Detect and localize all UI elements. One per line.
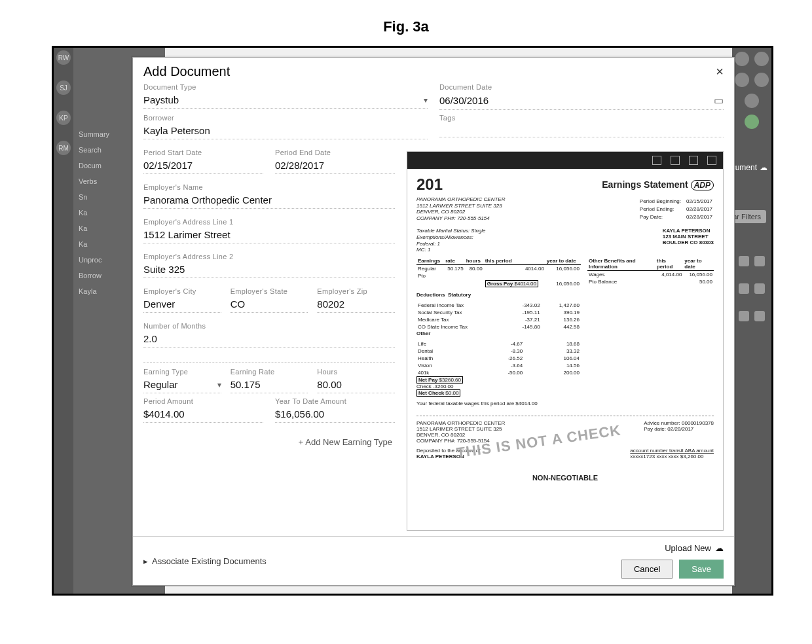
- strip-icon[interactable]: [735, 52, 749, 66]
- statutory-table: Federal Income Tax-343.021,427.60 Social…: [416, 302, 581, 331]
- check-stub: PANORAMA ORTHOPEDIC CENTER 1512 LARIMER …: [416, 416, 714, 482]
- ytd-amount-input[interactable]: $16,056.00: [275, 406, 395, 423]
- pencil-icon[interactable]: [739, 283, 749, 294]
- payee-block: KAYLA PETERSON 123 MAIN STREET BOULDER C…: [663, 228, 714, 253]
- save-button[interactable]: Save: [679, 560, 724, 579]
- employer-block: PANORAMA ORTHOPEDIC CENTER 1512 LARIMER …: [416, 196, 505, 221]
- app-window: RW SJ KP RM Summary Search Docum Verbs S…: [52, 46, 773, 596]
- avatar-badge[interactable]: SJ: [56, 80, 71, 95]
- eye-icon[interactable]: [754, 256, 765, 266]
- period-start-input[interactable]: 02/15/2017: [143, 158, 263, 174]
- row-actions: [739, 256, 765, 321]
- period-amount-input[interactable]: $4014.00: [143, 406, 263, 423]
- benefits-table: Other Benefits and Informationthis perio…: [587, 257, 714, 285]
- figure-label: Fig. 3a: [0, 18, 812, 35]
- borrower-input[interactable]: Kayla Peterson: [143, 123, 428, 139]
- document-date-input[interactable]: 06/30/2016▭: [439, 92, 724, 110]
- tags-field: Tags: [439, 114, 724, 139]
- callout-201: 201: [416, 175, 443, 194]
- cancel-button[interactable]: Cancel: [621, 560, 673, 579]
- employer-zip-input[interactable]: 80202: [317, 296, 395, 313]
- employer-addr2-input[interactable]: Suite 325: [143, 262, 395, 278]
- associate-documents-button[interactable]: ▸ Associate Existing Documents: [143, 556, 267, 566]
- upload-new-button[interactable]: Upload New ☁: [665, 543, 724, 553]
- strip-icon[interactable]: [754, 52, 769, 66]
- print-icon[interactable]: [689, 156, 698, 165]
- non-negotiable-label: NON-NEGOTIABLE: [416, 474, 714, 482]
- tags-input[interactable]: [439, 123, 724, 137]
- add-document-modal: Add Document × Document Type Paystub Doc…: [132, 57, 735, 586]
- employer-city-input[interactable]: Denver: [143, 296, 221, 313]
- period-block: Period Beginning:02/15/2017 Period Endin…: [638, 196, 714, 221]
- pencil-icon[interactable]: [739, 256, 749, 266]
- label: Document Type: [143, 83, 428, 91]
- fullscreen-icon[interactable]: [707, 156, 716, 165]
- modal-title: Add Document: [143, 64, 230, 79]
- label: Tags: [439, 114, 724, 122]
- earning-type-select[interactable]: Regular: [143, 377, 221, 393]
- borrower-field: Borrower Kayla Peterson: [143, 114, 428, 139]
- strip-icon[interactable]: [754, 73, 769, 87]
- document-date-field: Document Date 06/30/2016▭: [439, 83, 724, 110]
- taxable-wages-note: Your federal taxable wages this period a…: [416, 401, 581, 406]
- other-deductions-table: Life-4.6718.68 Dental-8.3033.32 Health-2…: [416, 340, 581, 376]
- period-end-input[interactable]: 02/28/2017: [275, 158, 395, 174]
- document-type-select[interactable]: Paystub: [143, 92, 428, 109]
- form-panel: Period Start Date02/15/2017 Period End D…: [143, 149, 399, 531]
- cloud-upload-icon: ☁: [715, 543, 724, 553]
- calendar-icon[interactable]: ▭: [714, 94, 724, 107]
- avatar-badge[interactable]: RM: [56, 141, 71, 155]
- employer-name-input[interactable]: Panorama Orthopedic Center: [143, 192, 395, 209]
- close-button[interactable]: ×: [716, 64, 724, 79]
- num-months-input[interactable]: 2.0: [143, 331, 395, 348]
- earning-rate-input[interactable]: 50.175: [231, 377, 308, 393]
- modal-footer: ▸ Associate Existing Documents Upload Ne…: [133, 536, 734, 585]
- strip-icon[interactable]: [745, 94, 759, 108]
- document-type-field: Document Type Paystub: [143, 83, 428, 110]
- add-earning-type-button[interactable]: Add New Earning Type: [143, 432, 395, 452]
- eye-icon[interactable]: [754, 311, 765, 321]
- document-page: 201 Earnings Statement ADP PANORAMA ORTH…: [407, 169, 723, 530]
- pencil-icon[interactable]: [739, 311, 749, 321]
- document-viewer: 201 Earnings Statement ADP PANORAMA ORTH…: [407, 151, 724, 531]
- label: Borrower: [143, 114, 428, 122]
- employer-state-input[interactable]: CO: [231, 296, 308, 313]
- strip-icon[interactable]: [735, 73, 749, 87]
- avatar-badge[interactable]: KP: [56, 111, 71, 125]
- adp-logo: ADP: [691, 180, 714, 190]
- refresh-icon[interactable]: [652, 156, 661, 165]
- eye-icon[interactable]: [754, 283, 765, 294]
- earnings-table: Earningsratehoursthis periodyear to date…: [416, 257, 581, 288]
- document-preview-panel: 201 Earnings Statement ADP PANORAMA ORTH…: [407, 149, 724, 531]
- label: Document Date: [439, 83, 724, 91]
- cloud-upload-icon: ☁: [760, 163, 767, 172]
- gear-icon[interactable]: [745, 115, 759, 129]
- left-avatar-bar: RW SJ KP RM: [54, 48, 73, 594]
- download-icon[interactable]: [671, 156, 680, 165]
- avatar-badge[interactable]: RW: [56, 50, 71, 65]
- hours-input[interactable]: 80.00: [317, 377, 395, 393]
- viewer-toolbar: [407, 152, 723, 169]
- tax-status: Taxable Marital Status: Single Exemption…: [416, 228, 486, 253]
- employer-addr1-input[interactable]: 1512 Larimer Street: [143, 227, 395, 243]
